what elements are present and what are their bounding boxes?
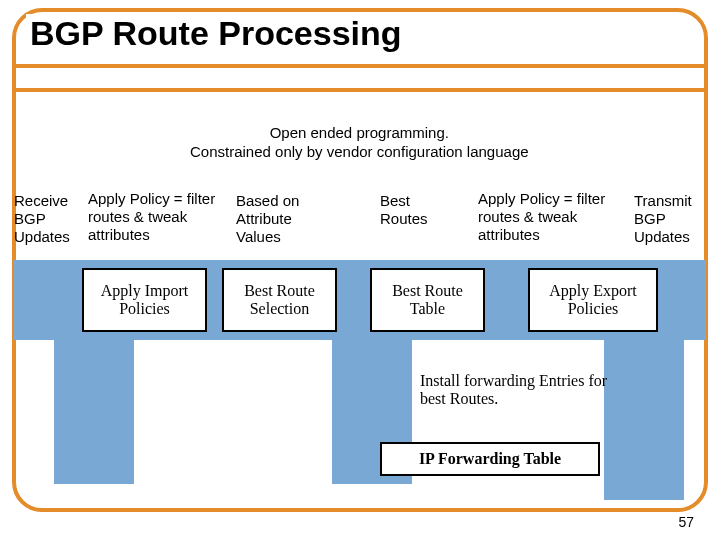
stage-apply-import: Apply Import Policies: [82, 268, 207, 332]
page-number: 57: [678, 514, 694, 530]
caption-text: Open ended programming. Constrained only…: [190, 124, 529, 162]
slide: BGP Route Processing Open ended programm…: [0, 0, 720, 540]
divider-line-1: [14, 64, 706, 68]
pipeline-leg-left: [54, 340, 134, 484]
stage-best-table: Best Route Table: [370, 268, 485, 332]
label-receive-updates: Receive BGP Updates: [14, 192, 78, 246]
label-transmit-updates: Transmit BGP Updates: [634, 192, 704, 246]
box-ip-forwarding-table: IP Forwarding Table: [380, 442, 600, 476]
label-best-routes: Best Routes: [380, 192, 450, 228]
label-apply-policy-right: Apply Policy = filter routes & tweak att…: [478, 190, 608, 244]
stage-apply-export: Apply Export Policies: [528, 268, 658, 332]
label-based-on-attr: Based on Attribute Values: [236, 192, 326, 246]
caption-line-2: Constrained only by vendor configuration…: [190, 143, 529, 162]
caption-line-1: Open ended programming.: [190, 124, 529, 143]
pipeline-leg-right: [604, 340, 684, 500]
divider-line-2: [14, 88, 706, 92]
stage-best-selection: Best Route Selection: [222, 268, 337, 332]
label-apply-policy-left: Apply Policy = filter routes & tweak att…: [88, 190, 218, 244]
label-install-forwarding: Install forwarding Entries for best Rout…: [420, 372, 620, 409]
slide-title: BGP Route Processing: [26, 14, 406, 57]
